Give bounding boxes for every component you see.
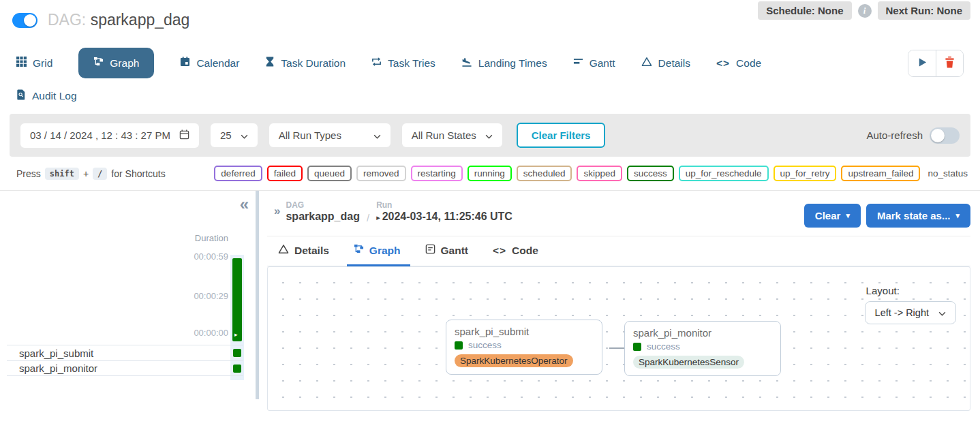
task-instance-square[interactable] (233, 365, 241, 373)
repeat-icon (371, 57, 382, 69)
run-types-select[interactable]: All Run Types (269, 123, 391, 147)
task-instance-square[interactable] (233, 349, 241, 357)
button-label: Clear (815, 210, 841, 221)
state-badge-failed[interactable]: failed (267, 166, 303, 181)
graph-icon (93, 57, 104, 69)
calendar-input-icon (179, 129, 189, 142)
plus-text: + (83, 168, 89, 179)
schedule-badge: Schedule: None (758, 1, 851, 20)
triangle-icon (278, 244, 289, 257)
breadcrumb-run[interactable]: Run ▸2024-03-14, 11:25:46 UTC (376, 200, 512, 223)
run-panel: » DAG sparkapp_dag / Run ▸2024-03-14, 11… (259, 191, 980, 399)
state-badge-success[interactable]: success (627, 166, 674, 181)
tab-label: Graph (110, 57, 139, 69)
tab-task-tries[interactable]: Task Tries (371, 57, 435, 69)
dag-run-duration-bar[interactable] (232, 258, 242, 341)
tab-landing-times[interactable]: Landing Times (461, 57, 547, 69)
tab-label: Task Duration (281, 57, 346, 69)
button-label: Mark state as... (877, 210, 951, 221)
auto-refresh-toggle[interactable] (930, 127, 960, 144)
tab-label: Graph (369, 245, 401, 257)
state-badge-deferred[interactable]: deferred (214, 166, 262, 181)
axis-tick: 00:00:59 (194, 251, 228, 262)
tab-gantt[interactable]: Gantt (573, 57, 615, 69)
state-badge-restarting[interactable]: restarting (411, 166, 463, 181)
clear-filters-button[interactable]: Clear Filters (517, 123, 606, 148)
node-state-text: success (647, 341, 680, 352)
page-size-value: 25 (220, 129, 232, 141)
tab-label: Calendar (196, 57, 239, 69)
page-title: DAG: sparkapp_dag (48, 11, 189, 29)
run-tab-details[interactable]: Details (278, 244, 329, 266)
breadcrumb-dag-label: DAG (286, 200, 359, 210)
run-types-value: All Run Types (279, 129, 341, 141)
shortcuts-hint: Press shift + / for Shortcuts (16, 168, 166, 180)
state-legend: deferred failed queued removed restartin… (214, 166, 968, 181)
state-badge-upstream-failed[interactable]: upstream_failed (841, 166, 920, 181)
tab-audit-log[interactable]: Audit Log (16, 89, 77, 103)
graph-canvas[interactable]: Layout: Left -> Right spark_pi_submit su… (267, 266, 970, 411)
layout-select[interactable]: Left -> Right (865, 301, 956, 324)
breadcrumb-dag[interactable]: DAG sparkapp_dag (286, 200, 359, 223)
tab-label: Code (512, 245, 538, 257)
tab-calendar[interactable]: Calendar (180, 57, 239, 69)
delete-dag-button[interactable] (936, 50, 963, 76)
tab-task-duration[interactable]: Task Duration (265, 57, 346, 69)
layout-value: Left -> Right (875, 307, 929, 318)
tab-details[interactable]: Details (641, 57, 690, 69)
hourglass-icon (265, 57, 275, 69)
run-marker-icon: ▸ (234, 332, 238, 338)
breadcrumb-run-label: Run (376, 200, 512, 210)
tab-grid[interactable]: Grid (16, 57, 52, 69)
node-title: spark_pi_submit (455, 326, 594, 337)
state-badge-removed[interactable]: removed (356, 166, 406, 181)
task-row-spark-pi-submit[interactable]: spark_pi_submit (7, 345, 243, 360)
trigger-dag-button[interactable] (908, 50, 936, 76)
tab-code[interactable]: <> Code (716, 57, 761, 69)
state-badge-up-for-retry[interactable]: up_for_retry (774, 166, 837, 181)
state-badge-scheduled[interactable]: scheduled (517, 166, 572, 181)
state-badge-up-for-reschedule[interactable]: up_for_reschedule (679, 166, 769, 181)
graph-icon (354, 244, 364, 257)
auto-refresh-label: Auto-refresh (866, 129, 923, 141)
triangle-icon (641, 57, 652, 69)
run-tab-code[interactable]: <> Code (493, 244, 538, 266)
tab-graph[interactable]: Graph (78, 48, 154, 78)
run-tab-gantt[interactable]: Gantt (425, 244, 468, 266)
run-header: » DAG sparkapp_dag / Run ▸2024-03-14, 11… (267, 200, 970, 236)
run-datetime-input[interactable]: 03 / 14 / 2024 , 12 : 43 : 27 PM (20, 123, 199, 148)
shortcuts-text: Press (16, 168, 41, 179)
run-states-select[interactable]: All Run States (402, 123, 502, 147)
state-badge-skipped[interactable]: skipped (577, 166, 622, 181)
graph-node-spark-pi-monitor[interactable]: spark_pi_monitor success SparkKubernetes… (624, 321, 781, 376)
slash-key-chip: / (93, 168, 107, 180)
graph-node-spark-pi-submit[interactable]: spark_pi_submit success SparkKubernetesO… (446, 320, 602, 375)
task-name: spark_pi_monitor (19, 362, 97, 374)
clear-run-button[interactable]: Clear ▾ (804, 204, 861, 228)
breadcrumb-chevrons-icon[interactable]: » (274, 204, 279, 218)
task-rows: spark_pi_submit spark_pi_monitor (7, 345, 243, 376)
operator-pill: SparkKubernetesSensor (633, 356, 744, 369)
mark-state-button[interactable]: Mark state as... ▾ (866, 204, 970, 228)
tab-label: Gantt (441, 245, 468, 257)
run-states-value: All Run States (412, 129, 476, 141)
graph-edge (609, 347, 625, 349)
info-icon[interactable]: i (858, 4, 872, 18)
plane-landing-icon (461, 57, 472, 69)
axis-tick: 00:00:29 (194, 291, 228, 301)
chevron-down-icon (241, 129, 248, 141)
state-badge-running[interactable]: running (468, 166, 512, 181)
collapse-panel-icon[interactable]: « (240, 196, 249, 213)
operator-pill: SparkKubernetesOperator (455, 354, 573, 367)
play-icon (917, 57, 928, 69)
dag-name: sparkapp_dag (91, 11, 190, 29)
breadcrumb-dag-name: sparkapp_dag (286, 211, 359, 223)
page-size-select[interactable]: 25 (211, 123, 258, 147)
task-row-spark-pi-monitor[interactable]: spark_pi_monitor (7, 360, 243, 376)
dag-pause-toggle[interactable] (12, 13, 37, 28)
run-tab-graph[interactable]: Graph (354, 244, 401, 266)
main-nav: Grid Graph Calendar Task Duration Task T… (0, 44, 980, 78)
layout-label: Layout: (866, 285, 956, 296)
tab-label: Details (658, 57, 690, 69)
state-badge-queued[interactable]: queued (307, 166, 352, 181)
